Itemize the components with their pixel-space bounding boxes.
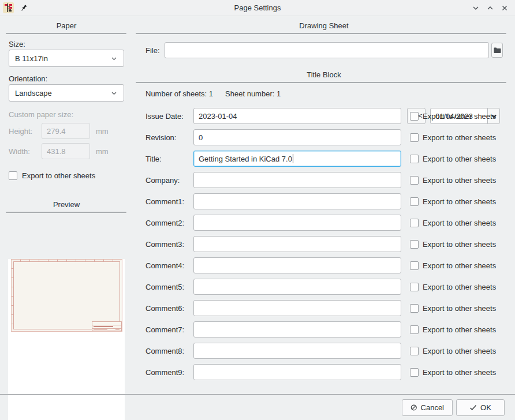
minimize-icon[interactable] [471,3,480,13]
comment7-label: Comment7: [145,325,193,334]
revision-input[interactable] [193,129,401,145]
comment5-label: Comment5: [145,283,193,291]
comment1-label: Comment1: [145,197,193,206]
sheet-number-text: Sheet number: 1 [225,89,281,98]
table-row: Comment4: Export to other sheets [145,257,515,273]
export-title-checkbox[interactable] [410,155,419,163]
title-block-section-header: Title Block [133,70,515,80]
table-row: Title: Getting Started in KiCad 7.0 Expo… [145,151,515,167]
export-label: Export to other sheets [423,112,496,121]
preview-section-separator [6,212,126,213]
width-label: Width: [9,147,42,156]
title-label: Title: [145,155,193,163]
sheet-preview [11,259,122,332]
comment1-input[interactable] [193,193,401,209]
height-label: Height: [9,127,42,136]
table-row: Comment8: Export to other sheets [145,343,515,359]
table-row: Comment1: Export to other sheets [145,193,515,209]
number-of-sheets-text: Number of sheets: 1 [145,89,213,98]
title-input[interactable]: Getting Started in KiCad 7.0 [193,151,401,167]
export-comment9-checkbox[interactable] [410,368,419,377]
paper-size-select[interactable]: B 11x17in [9,50,124,67]
sheet-frame [13,261,120,329]
chevron-down-icon [110,55,118,62]
drawing-sheet-separator [136,33,506,34]
drawing-sheet-section-header: Drawing Sheet [133,21,515,31]
comment4-input[interactable] [193,257,401,273]
paper-size-value: B 11x17in [15,54,48,63]
export-company-checkbox[interactable] [410,176,419,185]
custom-paper-size-label: Custom paper size: [9,110,124,119]
paper-export-label: Export to other sheets [22,171,95,180]
table-row: Comment9: Export to other sheets [145,364,515,380]
export-comment4-checkbox[interactable] [410,261,419,270]
title-block-separator [136,82,506,83]
comment6-label: Comment6: [145,304,193,313]
export-comment5-checkbox[interactable] [410,283,419,291]
company-label: Company: [145,176,193,185]
maximize-icon[interactable] [486,3,495,13]
comment2-label: Comment2: [145,219,193,227]
issue-date-input[interactable] [193,108,401,124]
export-comment8-checkbox[interactable] [410,347,419,355]
comment4-label: Comment4: [145,261,193,270]
export-comment1-checkbox[interactable] [410,197,419,206]
checkmark-icon [469,404,477,411]
browse-folder-button[interactable] [491,43,503,58]
export-comment6-checkbox[interactable] [410,304,419,313]
preview-section-header: Preview [0,200,133,209]
revision-label: Revision: [145,133,193,142]
text-caret [293,154,293,163]
comment2-input[interactable] [193,215,401,231]
table-row: Revision: Export to other sheets [145,129,515,145]
height-unit: mm [96,127,109,136]
comment9-label: Comment9: [145,368,193,377]
file-label: File: [145,46,165,55]
export-revision-checkbox[interactable] [410,133,419,142]
pin-icon[interactable] [19,3,28,13]
paper-section-header: Paper [0,21,133,31]
export-comment7-checkbox[interactable] [410,325,419,334]
orientation-value: Landscape [15,89,52,97]
sheet-title-block [92,321,122,331]
page-settings-dialog: Page Settings Paper Size: B 11x17in [0,0,515,420]
orientation-select[interactable]: Landscape [9,84,124,102]
dialog-footer: Cancel OK [0,395,515,420]
table-row: Comment3: Export to other sheets [145,236,515,252]
comment7-input[interactable] [193,321,401,337]
comment5-input[interactable] [193,279,401,295]
cancel-icon [410,404,417,411]
issue-date-label: Issue Date: [145,112,193,121]
cancel-button[interactable]: Cancel [402,399,453,416]
table-row: Comment2: Export to other sheets [145,215,515,231]
title-input-value: Getting Started in KiCad 7.0 [199,155,292,163]
comment8-label: Comment8: [145,347,193,355]
export-comment2-checkbox[interactable] [410,219,419,227]
window-title: Page Settings [0,3,515,12]
size-label: Size: [9,40,124,48]
width-unit: mm [96,147,109,156]
table-row: Company: Export to other sheets [145,172,515,188]
drawing-sheet-file-input[interactable] [165,42,489,58]
folder-icon [494,47,501,54]
comment3-input[interactable] [193,236,401,252]
chevron-down-icon [110,89,118,97]
height-input [42,123,90,139]
titlebar: Page Settings [0,0,515,16]
comment8-input[interactable] [193,343,401,359]
kicad-app-icon [3,2,14,13]
close-icon[interactable] [500,3,509,13]
comment3-label: Comment3: [145,240,193,249]
paper-section-separator [6,33,126,34]
comment6-input[interactable] [193,300,401,316]
table-row: Comment6: Export to other sheets [145,300,515,316]
orientation-label: Orientation: [9,74,124,83]
export-comment3-checkbox[interactable] [410,240,419,249]
table-row: Comment5: Export to other sheets [145,279,515,295]
width-input [42,143,90,159]
comment9-input[interactable] [193,364,401,380]
export-issue-date-checkbox[interactable] [410,112,419,121]
paper-export-checkbox[interactable] [9,171,17,180]
ok-button[interactable]: OK [456,399,505,416]
company-input[interactable] [193,172,401,188]
